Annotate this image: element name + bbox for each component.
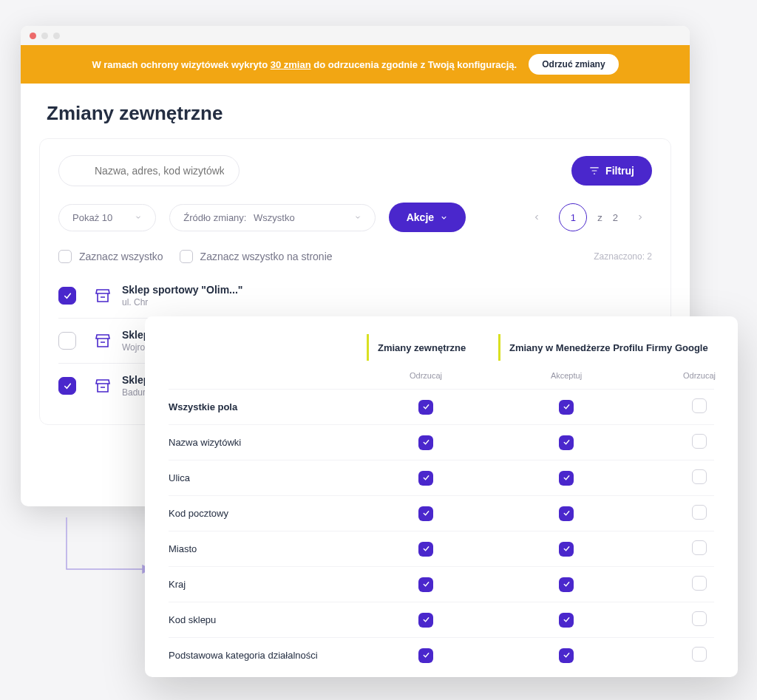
search-input[interactable]	[58, 155, 240, 186]
field-checkbox[interactable]	[418, 648, 433, 663]
settings-row: Kod sklepu	[169, 602, 714, 637]
store-icon	[94, 287, 112, 305]
filter-button[interactable]: Filtruj	[571, 156, 652, 186]
field-checkbox[interactable]	[692, 540, 707, 555]
settings-row: Kod pocztowy	[169, 495, 714, 531]
page-current[interactable]: 1	[559, 203, 587, 231]
row-checkbox[interactable]	[58, 332, 76, 350]
field-label: Kod pocztowy	[169, 508, 353, 519]
settings-row: Ulica	[169, 460, 714, 495]
callout-connector	[55, 517, 152, 617]
field-label: Nazwa wizytówki	[169, 437, 353, 448]
field-checkbox[interactable]	[692, 434, 707, 449]
settings-row: Podstawowa kategoria działalności	[169, 637, 714, 673]
filter-button-label: Filtruj	[605, 165, 634, 177]
field-checkbox[interactable]	[418, 506, 433, 521]
filter-icon	[589, 166, 600, 176]
field-label: Kraj	[169, 579, 353, 590]
settings-row: Miasto	[169, 531, 714, 566]
actions-button-label: Akcje	[407, 211, 434, 223]
field-checkbox[interactable]	[418, 542, 433, 557]
chevron-down-icon	[440, 214, 448, 222]
source-select[interactable]: Źródło zmiany: Wszystko	[169, 204, 376, 231]
settings-overlay: Zmiany zewnętrzne Zmiany w Menedżerze Pr…	[145, 316, 738, 677]
source-select-label: Źródło zmiany:	[183, 212, 246, 223]
page-separator: z	[597, 212, 602, 223]
selected-count: Zaznaczono: 2	[594, 251, 652, 262]
field-checkbox[interactable]	[692, 469, 707, 484]
per-page-select[interactable]: Pokaż 10	[58, 204, 156, 231]
settings-row: Kraj	[169, 566, 714, 602]
field-label: Podstawowa kategoria działalności	[169, 650, 353, 661]
field-checkbox[interactable]	[692, 576, 707, 591]
select-all-toggle[interactable]: Zaznacz wszystko	[58, 250, 163, 263]
item-text: Sklep sportowy "Olim..."ul. Chr	[122, 284, 242, 307]
field-checkbox[interactable]	[418, 400, 433, 415]
field-checkbox[interactable]	[559, 400, 574, 415]
field-checkbox[interactable]	[559, 648, 574, 663]
close-dot[interactable]	[30, 33, 36, 39]
list-item[interactable]: Sklep sportowy "Olim..."ul. Chr	[58, 273, 652, 318]
chevron-right-icon	[636, 213, 645, 222]
field-label: Wszystkie pola	[169, 401, 353, 412]
column-external-changes: Zmiany zewnętrzne	[367, 334, 485, 361]
field-checkbox[interactable]	[692, 647, 707, 662]
field-checkbox[interactable]	[559, 542, 574, 557]
select-page-label: Zaznacz wszystko na stronie	[200, 251, 333, 262]
overlay-header-spacer	[169, 334, 353, 361]
dismiss-changes-button[interactable]: Odrzuć zmiany	[529, 54, 618, 75]
field-checkbox[interactable]	[692, 398, 707, 413]
subhead-reject-2: Odrzucaj	[648, 371, 738, 380]
alert-banner: W ramach ochrony wizytówek wykryto 30 zm…	[21, 45, 690, 84]
row-checkbox[interactable]	[58, 377, 76, 395]
select-all-label: Zaznacz wszystko	[79, 251, 163, 262]
page-total: 2	[613, 212, 618, 223]
banner-link[interactable]: 30 zmian	[271, 59, 311, 70]
settings-matrix: Wszystkie polaNazwa wizytówkiUlicaKod po…	[169, 389, 714, 673]
field-checkbox[interactable]	[559, 613, 574, 628]
page-next-button[interactable]	[628, 205, 652, 229]
select-all-checkbox[interactable]	[58, 250, 72, 263]
item-subtitle: ul. Chr	[122, 297, 242, 307]
chevron-left-icon	[532, 213, 541, 222]
store-icon	[94, 332, 112, 350]
pagination: 1 z 2	[525, 203, 652, 231]
subhead-reject-1: Odrzucaj	[367, 371, 485, 380]
banner-text: W ramach ochrony wizytówek wykryto 30 zm…	[92, 59, 517, 70]
chevron-down-icon	[354, 214, 361, 221]
field-checkbox[interactable]	[559, 506, 574, 521]
window-titlebar	[21, 26, 690, 45]
banner-prefix: W ramach ochrony wizytówek wykryto	[92, 59, 268, 70]
column-google-manager: Zmiany w Menedżerze Profilu Firmy Google	[498, 334, 714, 361]
select-page-toggle[interactable]: Zaznacz wszystko na stronie	[180, 250, 333, 263]
actions-button[interactable]: Akcje	[389, 203, 466, 232]
page-prev-button[interactable]	[525, 205, 549, 229]
field-checkbox[interactable]	[418, 577, 433, 592]
maximize-dot[interactable]	[53, 33, 60, 39]
field-checkbox[interactable]	[559, 435, 574, 450]
minimize-dot[interactable]	[41, 33, 48, 39]
field-label: Ulica	[169, 472, 353, 483]
select-page-checkbox[interactable]	[180, 250, 193, 263]
field-checkbox[interactable]	[692, 505, 707, 520]
field-checkbox[interactable]	[559, 577, 574, 592]
source-select-value: Wszystko	[254, 212, 295, 223]
field-checkbox[interactable]	[418, 435, 433, 450]
settings-row: Nazwa wizytówki	[169, 424, 714, 460]
field-checkbox[interactable]	[418, 471, 433, 486]
page-title: Zmiany zewnętrzne	[21, 84, 690, 138]
field-checkbox[interactable]	[692, 611, 707, 626]
field-checkbox[interactable]	[559, 471, 574, 486]
store-icon	[94, 377, 112, 395]
banner-suffix: do odrzucenia zgodnie z Twoją konfigurac…	[313, 59, 517, 70]
item-title: Sklep sportowy "Olim..."	[122, 284, 242, 296]
subhead-accept: Akceptuj	[498, 371, 634, 380]
field-label: Miasto	[169, 543, 353, 554]
per-page-label: Pokaż 10	[72, 212, 112, 223]
field-checkbox[interactable]	[418, 613, 433, 628]
settings-row: Wszystkie pola	[169, 389, 714, 424]
field-label: Kod sklepu	[169, 614, 353, 625]
row-checkbox[interactable]	[58, 287, 76, 305]
chevron-down-icon	[135, 214, 142, 221]
